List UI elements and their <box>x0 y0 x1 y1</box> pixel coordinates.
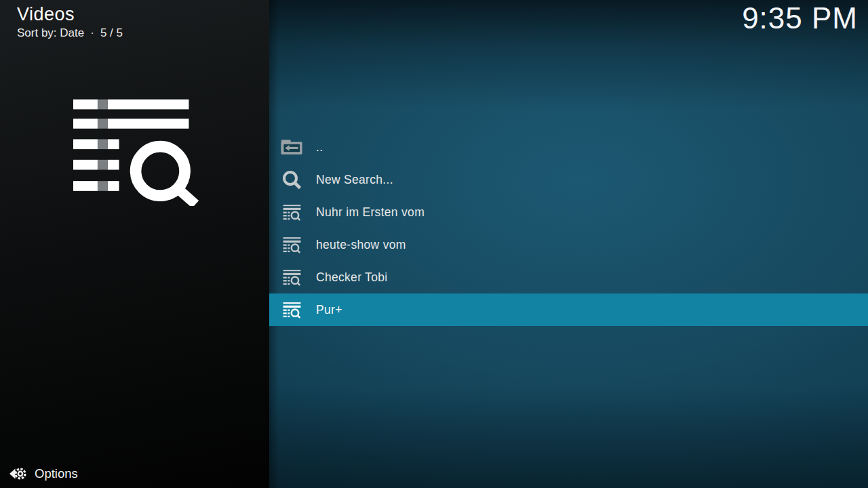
list-item-saved-search[interactable]: heute-show vom <box>269 228 868 261</box>
sort-label: Sort by: Date <box>17 26 84 39</box>
content-area: 9:35 PM .. <box>269 0 868 488</box>
clock: 9:35 PM <box>742 1 858 35</box>
sidebar-panel: Videos Sort by: Date·5 / 5 <box>0 0 269 488</box>
saved-search-icon <box>281 235 303 255</box>
kodi-screen: 9:35 PM .. <box>0 0 868 488</box>
list-item-label: heute-show vom <box>316 238 406 252</box>
item-count: 5 / 5 <box>100 26 123 39</box>
saved-search-icon <box>281 300 303 320</box>
sort-status: Sort by: Date·5 / 5 <box>17 26 123 40</box>
options-gear-icon <box>9 466 27 482</box>
saved-search-icon <box>281 203 303 222</box>
list-item-new-search[interactable]: New Search... <box>269 163 868 196</box>
list-item-label: New Search... <box>316 173 393 187</box>
list-item-parent-folder[interactable]: .. <box>269 131 868 163</box>
page-header: Videos Sort by: Date·5 / 5 <box>17 4 123 40</box>
list-item-label: Pur+ <box>316 303 342 317</box>
separator-dot: · <box>90 26 94 39</box>
list-item-saved-search[interactable]: Checker Tobi <box>269 261 868 293</box>
list-item-label: .. <box>316 140 323 155</box>
saved-search-icon <box>281 268 303 287</box>
list-item-label: Checker Tobi <box>316 270 387 285</box>
folder-back-icon <box>281 139 303 156</box>
list-item-saved-search[interactable]: Nuhr im Ersten vom <box>269 196 868 228</box>
search-icon <box>281 169 303 190</box>
file-list: .. New Search... <box>269 131 868 326</box>
options-label: Options <box>35 466 78 481</box>
list-item-label: Nuhr im Ersten vom <box>316 205 425 220</box>
page-title: Videos <box>17 4 123 25</box>
options-button[interactable]: Options <box>9 466 78 482</box>
saved-search-artwork-icon <box>73 99 203 209</box>
list-item-selected[interactable]: Pur+ <box>269 293 868 326</box>
